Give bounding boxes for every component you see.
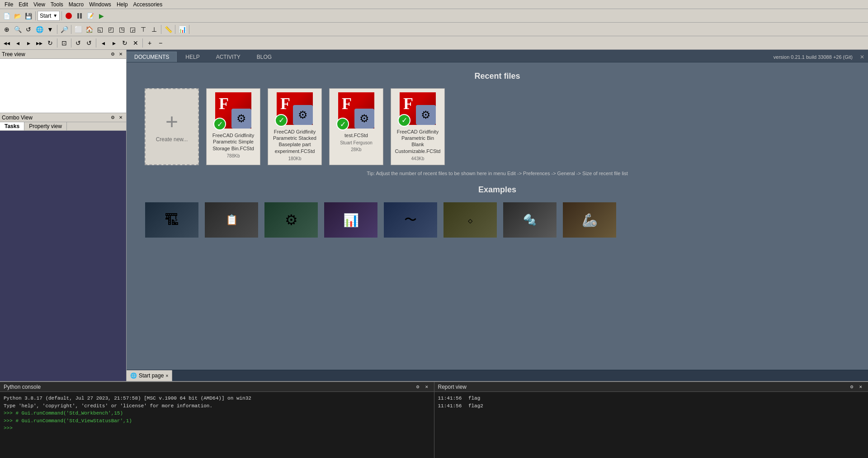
play-button[interactable] — [96, 11, 106, 21]
check-icon: ✓ — [213, 118, 226, 130]
refresh2-button[interactable]: ↺ — [84, 38, 94, 48]
start-tab-close-button[interactable]: × — [165, 373, 168, 378]
view-rear-button[interactable]: ◱ — [95, 24, 105, 34]
nav-right-button[interactable]: ▸ — [24, 38, 33, 48]
recent-file-2[interactable]: F ⚙ ✓ FreeCAD Gridfinity Parametric Stac… — [268, 88, 322, 165]
file-size-2: 180Kb — [288, 156, 302, 161]
python-content[interactable]: Python 3.8.17 (default, Jul 27 2023, 21:… — [0, 392, 434, 458]
tree-settings-button[interactable]: ⚙ — [109, 51, 116, 58]
python-console-header: Python console ⚙ ✕ — [0, 382, 434, 392]
forward-nav-button[interactable]: ▸ — [109, 38, 119, 48]
reload-button[interactable]: ↻ — [120, 38, 130, 48]
plus-zoom-button[interactable]: + — [145, 38, 155, 48]
menu-edit[interactable]: Edit — [16, 1, 31, 8]
menu-windows[interactable]: Windows — [86, 1, 114, 8]
measure-button[interactable]: 📏 — [163, 24, 173, 34]
view-menu-button[interactable]: ▼ — [45, 24, 55, 34]
workbench-dropdown[interactable]: Start ▼ — [38, 11, 60, 21]
new-button[interactable] — [2, 11, 12, 21]
box-select-button[interactable]: ⬜ — [73, 24, 83, 34]
open-button[interactable] — [13, 11, 23, 21]
nav-left-button[interactable]: ◂ — [13, 38, 23, 48]
pause-button[interactable] — [75, 11, 85, 21]
fc-letter-4: F — [403, 94, 413, 113]
zoom-in-button[interactable]: 🔎 — [59, 24, 69, 34]
view-left-button[interactable]: ◲ — [127, 24, 137, 34]
back-nav-button[interactable]: ◂ — [98, 38, 108, 48]
file-icon-2: F ⚙ ✓ — [277, 92, 313, 125]
content-tab-bar: DOCUMENTS HELP ACTIVITY BLOG version 0.2… — [127, 50, 868, 62]
menu-view[interactable]: View — [31, 1, 48, 8]
stop-nav-button[interactable]: ✕ — [131, 38, 141, 48]
example-card-6[interactable]: ⬦ — [443, 202, 497, 238]
example-card-8[interactable]: 🦾 — [562, 202, 617, 238]
combo-view: Combo View ⚙ ✕ Tasks Property view — [0, 113, 126, 381]
start-tab-bar: 🌐 Start page × — [127, 370, 868, 381]
tree-view: Tree view ⚙ ✕ — [0, 50, 126, 113]
combo-tab-tasks[interactable]: Tasks — [0, 122, 24, 130]
example-card-3[interactable]: ⚙ — [264, 202, 318, 238]
recent-file-4[interactable]: F ⚙ ✓ FreeCAD Gridfinity Parametric Bin … — [391, 88, 445, 165]
menu-help[interactable]: Help — [114, 1, 131, 8]
report-close-button[interactable]: ✕ — [857, 383, 864, 391]
view-bottom-button[interactable]: ⊥ — [149, 24, 159, 34]
select-mode-button[interactable]: ⊡ — [59, 38, 69, 48]
report-view: Report view ⚙ ✕ 11:41:56 flag 11:41:56 f… — [434, 382, 868, 458]
python-settings-button[interactable]: ⚙ — [414, 383, 421, 391]
tb-sep-6 — [175, 25, 175, 34]
example-card-4[interactable]: 📊 — [324, 202, 378, 238]
python-close-button[interactable]: ✕ — [423, 383, 430, 391]
rotate-btn2[interactable]: ↺ — [73, 38, 83, 48]
menu-accessories[interactable]: Accessories — [131, 1, 165, 8]
zoom-selection-button[interactable]: 🔍 — [13, 24, 23, 34]
report-time-1: 11:41:56 — [438, 403, 462, 409]
toolbar-row-1: Start ▼ 📝 — [0, 9, 868, 23]
tab-documents[interactable]: DOCUMENTS — [127, 52, 177, 62]
rotate-cw-button[interactable]: ↺ — [24, 24, 33, 34]
tab-blog[interactable]: BLOG — [249, 52, 279, 62]
combo-tab-property[interactable]: Property view — [24, 122, 67, 130]
tree-header-icons: ⚙ ✕ — [109, 51, 124, 58]
combo-settings-button[interactable]: ⚙ — [109, 114, 116, 121]
file-size-4: 443Kb — [411, 156, 425, 161]
menu-file[interactable]: File — [2, 1, 16, 8]
example-card-2[interactable]: 📋 — [204, 202, 259, 238]
report-text-0: flag — [468, 396, 480, 401]
example-card-1[interactable]: 🏗 — [145, 202, 199, 238]
recent-file-1[interactable]: F ⚙ ✓ FreeCAD Gridfinity Parametric Simp… — [206, 88, 260, 165]
view-top-button[interactable]: ⊤ — [138, 24, 148, 34]
recent-file-3[interactable]: F ⚙ ✓ test.FCStd Stuart Ferguson 28Kb — [329, 88, 383, 165]
file-name-1: FreeCAD Gridfinity Parametric Simple Sto… — [210, 132, 256, 152]
content-close-button[interactable]: ✕ — [856, 52, 868, 62]
view-home-button[interactable]: 🏠 — [84, 24, 94, 34]
example-card-5[interactable]: 〜 — [383, 202, 438, 238]
view-front-button[interactable]: ◰ — [106, 24, 116, 34]
create-new-card[interactable]: + Create new... — [145, 88, 199, 165]
combo-header: Combo View ⚙ ✕ — [0, 113, 126, 122]
check-icon-4: ✓ — [398, 114, 410, 127]
menu-tools[interactable]: Tools — [48, 1, 66, 8]
upper-area: Tree view ⚙ ✕ Combo View ⚙ ✕ — [0, 50, 868, 381]
example-card-7[interactable]: 🔩 — [503, 202, 557, 238]
nav-right-right-button[interactable]: ▸▸ — [34, 38, 44, 48]
refresh-button[interactable]: ↻ — [45, 38, 55, 48]
workbench-label: Start — [40, 13, 51, 19]
save-button[interactable] — [24, 11, 33, 21]
tab-activity[interactable]: ACTIVITY — [208, 52, 248, 62]
combo-close-button[interactable]: ✕ — [117, 114, 124, 121]
nav-left-left-button[interactable]: ◂◂ — [2, 38, 12, 48]
stop-button[interactable] — [64, 11, 74, 21]
start-page-tab[interactable]: 🌐 Start page × — [127, 370, 172, 381]
menu-macro[interactable]: Macro — [66, 1, 86, 8]
stop-icon — [66, 13, 72, 19]
tree-close-button[interactable]: ✕ — [117, 51, 124, 58]
spreadsheet-button[interactable]: 📊 — [177, 24, 187, 34]
nav-button[interactable]: 🌐 — [34, 24, 44, 34]
macro-edit-button[interactable]: 📝 — [85, 11, 95, 21]
view-right-button[interactable]: ◳ — [117, 24, 127, 34]
report-settings-button[interactable]: ⚙ — [848, 383, 855, 391]
minus-zoom-button[interactable]: − — [156, 38, 165, 48]
tab-help[interactable]: HELP — [178, 52, 207, 62]
fit-all-button[interactable]: ⊕ — [2, 24, 12, 34]
tree-content — [0, 59, 126, 113]
